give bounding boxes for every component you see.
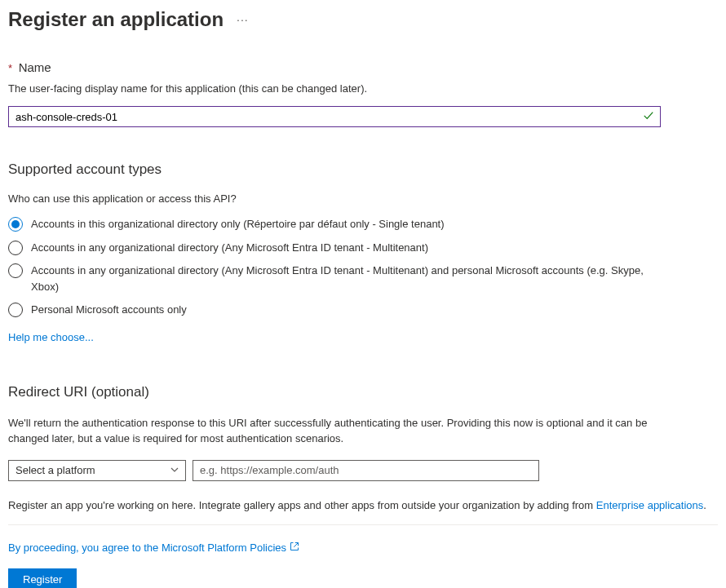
radio-label: Personal Microsoft accounts only <box>31 302 187 318</box>
account-types-radio-group: Accounts in this organizational director… <box>8 216 718 318</box>
redirect-uri-title: Redirect URI (optional) <box>8 384 718 400</box>
required-asterisk: * <box>8 62 12 74</box>
platform-policies-link[interactable]: By proceeding, you agree to the Microsof… <box>8 542 286 554</box>
help-me-choose-link[interactable]: Help me choose... <box>8 331 94 343</box>
account-types-title: Supported account types <box>8 161 718 178</box>
platform-select-value: Select a platform <box>15 464 95 476</box>
radio-label: Accounts in any organizational directory… <box>31 240 428 256</box>
footer-info-text: Register an app you're working on here. … <box>8 499 718 511</box>
name-input[interactable] <box>8 106 661 127</box>
radio-single-tenant[interactable] <box>8 217 23 232</box>
redirect-uri-desc: We'll return the authentication response… <box>8 415 677 447</box>
checkmark-icon <box>643 110 654 124</box>
platform-select[interactable]: Select a platform <box>8 460 186 481</box>
chevron-down-icon <box>170 466 179 475</box>
radio-multitenant-personal[interactable] <box>8 263 23 278</box>
radio-label: Accounts in any organizational directory… <box>31 263 651 294</box>
divider <box>8 524 718 525</box>
register-button[interactable]: Register <box>8 568 77 589</box>
page-title: Register an application <box>8 8 224 31</box>
radio-multitenant[interactable] <box>8 241 23 255</box>
name-help-text: The user-facing display name for this ap… <box>8 82 718 95</box>
enterprise-applications-link[interactable]: Enterprise applications <box>596 499 704 511</box>
radio-label: Accounts in this organizational director… <box>31 216 445 232</box>
radio-personal-only[interactable] <box>8 303 23 317</box>
name-label: Name <box>19 60 51 74</box>
account-types-subtitle: Who can use this application or access t… <box>8 192 718 205</box>
redirect-url-input[interactable] <box>193 460 539 481</box>
more-icon[interactable]: ··· <box>237 13 249 26</box>
external-link-icon <box>290 542 299 554</box>
